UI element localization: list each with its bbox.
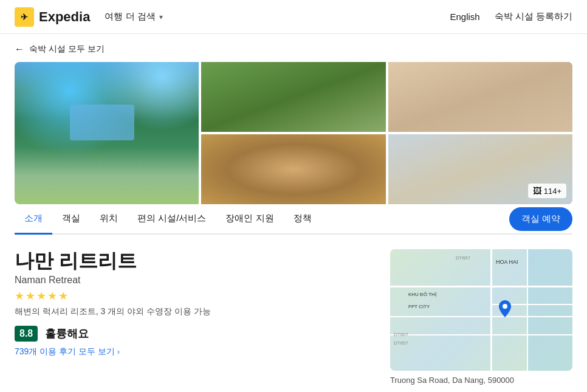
- map-pin-icon: [499, 300, 511, 317]
- review-link[interactable]: 739개 이용 후기 모두 보기 ›: [15, 346, 376, 357]
- tab-amenities-label: 편의 시설/서비스: [137, 213, 206, 223]
- photo-bot-mid[interactable]: [201, 134, 385, 204]
- map-road-vertical-2: [527, 249, 528, 371]
- map-label-khu-do: KHU ĐÔ THỊ: [408, 292, 436, 297]
- svg-point-0: [503, 304, 507, 309]
- tab-location[interactable]: 위치: [90, 204, 128, 235]
- map-pin-container: [499, 300, 511, 320]
- photo-grid: 🖼 114+: [15, 62, 572, 204]
- chevron-down-icon: ▾: [159, 13, 163, 21]
- tab-policies-label: 정책: [294, 213, 312, 223]
- book-button[interactable]: 객실 예약: [509, 207, 572, 231]
- logo-text: Expedia: [39, 9, 90, 25]
- tab-accessibility[interactable]: 장애인 지원: [216, 204, 283, 235]
- map-label-fpt: FPT CITY: [408, 304, 430, 309]
- tab-rooms[interactable]: 객실: [52, 204, 90, 235]
- tab-rooms-label: 객실: [62, 213, 80, 223]
- map-label-dt657-bot: DT657: [394, 340, 408, 346]
- tabs-left: 소개 객실 위치 편의 시설/서비스 장애인 지원 정책: [15, 204, 321, 233]
- photo-count: 114+: [544, 187, 561, 196]
- hotel-description: 해변의 럭셔리 리조트, 3 개의 야외 수영장 이용 가능: [15, 306, 376, 317]
- hotel-info: 나만 리트리트 Naman Retreat ★ ★ ★ ★ ★ 해변의 럭셔리 …: [15, 249, 376, 385]
- tab-policies[interactable]: 정책: [284, 204, 321, 235]
- back-nav-label: 숙박 시설 모두 보기: [29, 44, 105, 55]
- map-label-dt607: DT607: [394, 332, 408, 337]
- header-left: ✈ Expedia 여행 더 검색 ▾: [15, 7, 163, 27]
- hotel-name-english: Naman Retreat: [15, 275, 376, 286]
- review-count-label: 739개 이용 후기 모두 보기: [15, 346, 115, 357]
- star-1: ★: [15, 289, 24, 303]
- photo-top-right[interactable]: [388, 62, 572, 132]
- header: ✈ Expedia 여행 더 검색 ▾ English 숙박 시설 등록하기: [0, 0, 587, 34]
- map-road-vertical-1: [490, 249, 492, 371]
- back-nav[interactable]: ← 숙박 시설 모두 보기: [15, 34, 572, 62]
- star-4: ★: [47, 289, 57, 303]
- register-button[interactable]: 숙박 시설 등록하기: [495, 11, 572, 22]
- main-content: ← 숙박 시설 모두 보기 🖼 114+ 소개: [0, 34, 587, 392]
- star-rating: ★ ★ ★ ★ ★: [15, 289, 376, 303]
- map-label-dt657-top: DT657: [456, 255, 470, 261]
- header-right: English 숙박 시설 등록하기: [450, 11, 572, 22]
- photo-count-badge[interactable]: 🖼 114+: [528, 184, 566, 198]
- map-inner: HOA HAI KHU ĐÔ THỊ FPT CITY DT657 DT657 …: [390, 249, 572, 371]
- nav-search-label: 여행 더 검색: [105, 11, 155, 22]
- logo-icon: ✈: [15, 7, 34, 27]
- map-section: HOA HAI KHU ĐÔ THỊ FPT CITY DT657 DT657 …: [390, 249, 572, 385]
- tab-overview-label: 소개: [24, 213, 43, 223]
- tab-location-label: 위치: [100, 213, 118, 223]
- star-3: ★: [36, 289, 46, 303]
- logo[interactable]: ✈ Expedia: [15, 7, 90, 27]
- star-5: ★: [58, 289, 68, 303]
- language-button[interactable]: English: [450, 12, 479, 22]
- map-address: Truong Sa Road, Da Nang, 590000: [390, 376, 572, 385]
- hotel-name-korean: 나만 리트리트: [15, 249, 376, 272]
- chevron-right-icon: ›: [117, 348, 120, 356]
- tab-accessibility-label: 장애인 지원: [225, 213, 273, 223]
- tab-overview[interactable]: 소개: [15, 204, 52, 235]
- rating-badge: 8.8: [15, 326, 38, 342]
- plane-icon: ✈: [21, 12, 28, 22]
- photo-main[interactable]: [15, 62, 199, 204]
- photo-top-mid[interactable]: [201, 62, 385, 132]
- map-road-horizontal-1: [390, 286, 572, 287]
- nav-search[interactable]: 여행 더 검색 ▾: [105, 11, 162, 22]
- rating-row: 8.8 훌륭해요: [15, 326, 376, 342]
- photo-main-inner: [15, 62, 199, 204]
- star-2: ★: [26, 289, 35, 303]
- photo-bot-right[interactable]: 🖼 114+: [388, 134, 572, 204]
- tabs: 소개 객실 위치 편의 시설/서비스 장애인 지원 정책 객실 예약: [15, 204, 572, 235]
- back-arrow-icon: ←: [15, 44, 24, 55]
- map-label-hoa-hai: HOA HAI: [496, 259, 518, 265]
- tab-amenities[interactable]: 편의 시설/서비스: [128, 204, 216, 235]
- map-container[interactable]: HOA HAI KHU ĐÔ THỊ FPT CITY DT657 DT657 …: [390, 249, 572, 371]
- map-sea: [527, 249, 572, 371]
- camera-icon: 🖼: [533, 186, 541, 196]
- rating-label: 훌륭해요: [45, 326, 89, 341]
- map-road-horizontal-3: [390, 334, 572, 335]
- hotel-section: 나만 리트리트 Naman Retreat ★ ★ ★ ★ ★ 해변의 럭셔리 …: [15, 235, 572, 392]
- map-road-horizontal-2: [390, 316, 572, 317]
